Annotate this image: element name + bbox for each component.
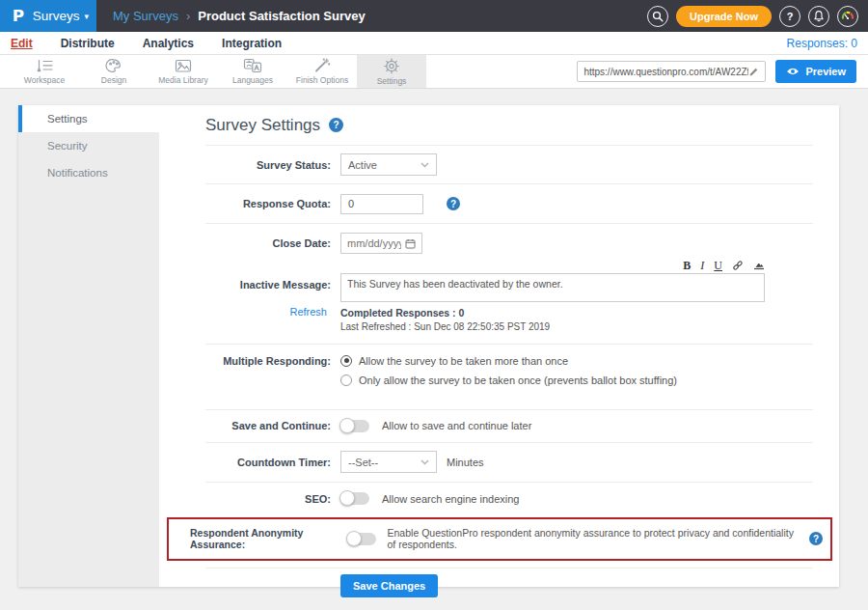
survey-settings-help-icon[interactable]: ?	[329, 118, 343, 132]
toolbar-item-media-library[interactable]: Media Library	[149, 55, 218, 88]
toolbar-item-workspace[interactable]: Workspace	[10, 55, 79, 88]
toolbar-item-languages[interactable]: Languages	[218, 55, 287, 88]
close-date-input[interactable]	[347, 237, 401, 249]
response-quota-label: Response Quota:	[205, 198, 340, 209]
link-icon[interactable]	[732, 260, 744, 271]
underline-button[interactable]: U	[714, 260, 722, 271]
response-quota-input[interactable]	[340, 194, 423, 214]
insert-image-icon[interactable]	[753, 260, 765, 270]
seo-row: SEO: Allow search engine indexing	[205, 483, 813, 515]
product-menu-label: Surveys	[33, 9, 80, 23]
bold-button[interactable]: B	[683, 260, 691, 271]
survey-status-select[interactable]: Active	[340, 153, 437, 176]
preview-button[interactable]: Preview	[775, 60, 856, 83]
respondent-anonymity-label: Respondent Anonymity Assurance:	[169, 527, 339, 550]
search-icon	[652, 11, 664, 22]
settings-main: Survey Settings ? Survey Status: Active …	[159, 105, 839, 587]
radio-allow-multiple[interactable]: Allow the survey to be taken more than o…	[340, 355, 677, 367]
toolbar-item-label: Media Library	[158, 75, 208, 85]
respondent-anonymity-help-icon[interactable]: ?	[809, 532, 823, 545]
eye-icon	[786, 67, 800, 76]
inactive-message-row: Inactive Message: This Survey has been d…	[205, 273, 765, 302]
chevron-down-icon	[420, 459, 429, 465]
countdown-timer-row: Countdown Timer: --Set-- Minutes	[205, 443, 813, 483]
survey-status-value: Active	[348, 159, 377, 171]
sidebar-item-notifications[interactable]: Notifications	[18, 159, 159, 186]
page-title: Survey Settings	[205, 116, 320, 135]
close-date-field	[340, 233, 422, 254]
help-button[interactable]: ?	[779, 6, 800, 27]
save-row: Save Changes	[205, 568, 813, 597]
topbar: P Surveys ▾ My Surveys › Product Satisfa…	[0, 0, 868, 32]
radio-unselected-icon	[340, 374, 352, 386]
countdown-timer-value: --Set--	[348, 457, 378, 468]
multiple-responding-row: Multiple Responding: Allow the survey to…	[205, 345, 813, 410]
preview-label: Preview	[805, 66, 846, 77]
calendar-icon[interactable]	[405, 238, 416, 249]
close-date-inactive-message-block: Close Date: B I U	[205, 224, 813, 345]
image-icon	[175, 59, 192, 73]
respondent-anonymity-highlight-row: Respondent Anonymity Assurance: Enable Q…	[167, 517, 832, 561]
settings-sidebar: Settings Security Notifications	[18, 105, 159, 587]
save-changes-button[interactable]: Save Changes	[340, 574, 438, 597]
countdown-timer-select[interactable]: --Set--	[340, 451, 437, 473]
responses-count: Responses: 0	[787, 37, 857, 50]
message-format-toolbar: B I U	[205, 258, 765, 272]
italic-button[interactable]: I	[700, 260, 704, 271]
toolbar-item-finish-options[interactable]: Finish Options	[287, 55, 357, 88]
toggle-knob	[346, 531, 362, 546]
seo-toggle[interactable]	[340, 492, 369, 505]
sidebar-item-settings[interactable]: Settings	[18, 105, 159, 132]
questionpro-logo: P	[13, 7, 24, 25]
toolbar-item-design[interactable]: Design	[79, 55, 149, 88]
radio-allow-once-label: Only allow the survey to be taken once (…	[359, 374, 677, 386]
chevron-right-icon: ›	[186, 9, 190, 23]
toolbar-item-settings[interactable]: Settings	[357, 55, 426, 88]
countdown-timer-label: Countdown Timer:	[205, 457, 340, 468]
seo-text: Allow search engine indexing	[382, 493, 519, 505]
breadcrumb-current-survey: Product Satisfaction Survey	[198, 9, 365, 23]
radio-allow-multiple-label: Allow the survey to be taken more than o…	[359, 355, 568, 367]
palette-icon	[105, 58, 122, 73]
page-background: Settings Security Notifications Survey S…	[0, 89, 868, 610]
edit-url-pencil-icon[interactable]	[748, 67, 759, 77]
account-usage-button[interactable]	[837, 6, 858, 27]
toolbar-item-label: Settings	[377, 76, 407, 86]
seo-label: SEO:	[205, 493, 340, 505]
close-date-label: Close Date:	[205, 237, 340, 249]
notifications-button[interactable]	[808, 6, 829, 27]
inactive-message-label: Inactive Message:	[205, 273, 340, 291]
save-and-continue-toggle[interactable]	[340, 420, 369, 432]
tab-distribute[interactable]: Distribute	[61, 37, 115, 50]
save-and-continue-label: Save and Continue:	[205, 420, 340, 431]
surveys-menu[interactable]: P Surveys ▾	[0, 0, 96, 32]
gear-icon	[383, 58, 400, 74]
sidebar-item-security[interactable]: Security	[18, 132, 159, 159]
bell-icon	[813, 10, 825, 22]
workspace-icon	[35, 58, 54, 73]
save-and-continue-row: Save and Continue: Allow to save and con…	[205, 410, 813, 443]
upgrade-now-button[interactable]: Upgrade Now	[676, 6, 772, 27]
tab-edit[interactable]: Edit	[11, 37, 33, 50]
respondent-anonymity-toggle[interactable]	[347, 533, 376, 545]
breadcrumb-my-surveys[interactable]: My Surveys	[113, 9, 178, 23]
translate-icon	[243, 58, 262, 73]
tab-integration[interactable]: Integration	[222, 37, 282, 50]
magic-wand-icon	[313, 58, 331, 73]
survey-status-row: Survey Status: Active	[205, 146, 813, 184]
response-quota-row: Response Quota: ?	[205, 184, 813, 224]
completed-responses-text: Completed Responses : 0	[340, 306, 550, 320]
refresh-link[interactable]: Refresh	[205, 306, 340, 318]
toggle-knob	[339, 418, 355, 433]
inactive-message-textarea[interactable]: This Survey has been deactivated by the …	[340, 273, 765, 302]
tab-analytics[interactable]: Analytics	[143, 37, 194, 50]
close-date-row: Close Date:	[205, 231, 813, 256]
survey-url-input[interactable]	[583, 67, 748, 77]
radio-selected-icon	[340, 355, 352, 367]
search-button[interactable]	[647, 6, 668, 27]
toolbar-item-label: Design	[101, 75, 126, 85]
radio-allow-once[interactable]: Only allow the survey to be taken once (…	[340, 374, 677, 386]
response-quota-help-icon[interactable]: ?	[447, 197, 460, 210]
save-and-continue-text: Allow to save and continue later	[382, 420, 531, 431]
chevron-down-icon	[420, 162, 429, 168]
